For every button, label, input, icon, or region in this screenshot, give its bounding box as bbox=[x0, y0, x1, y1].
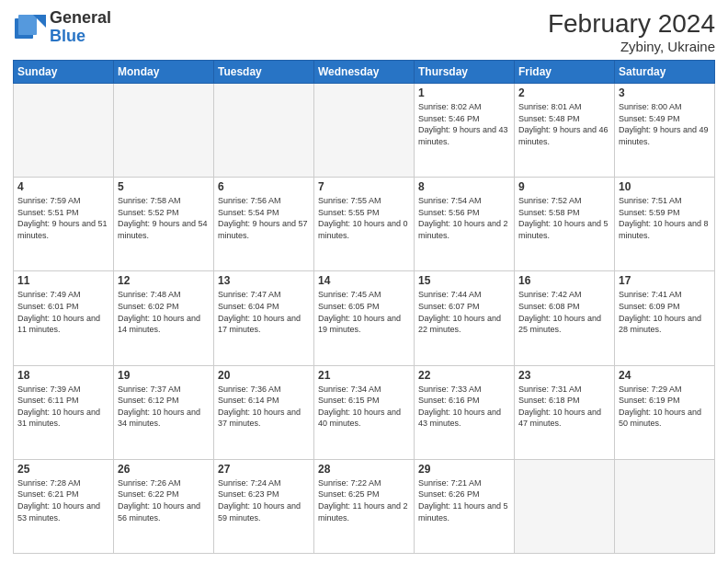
day-of-week-header: Monday bbox=[114, 61, 214, 84]
day-info: Sunrise: 7:42 AMSunset: 6:08 PMDaylight:… bbox=[518, 289, 610, 335]
day-info: Sunrise: 7:55 AMSunset: 5:55 PMDaylight:… bbox=[318, 195, 410, 241]
calendar-day-cell: 16Sunrise: 7:42 AMSunset: 6:08 PMDayligh… bbox=[515, 271, 615, 365]
calendar-body: 1Sunrise: 8:02 AMSunset: 5:46 PMDaylight… bbox=[14, 84, 715, 554]
day-number: 28 bbox=[318, 463, 410, 476]
day-info: Sunrise: 8:01 AMSunset: 5:48 PMDaylight:… bbox=[518, 101, 610, 147]
calendar-week-row: 1Sunrise: 8:02 AMSunset: 5:46 PMDaylight… bbox=[14, 84, 715, 178]
calendar-day-cell: 4Sunrise: 7:59 AMSunset: 5:51 PMDaylight… bbox=[14, 178, 114, 271]
day-info: Sunrise: 7:33 AMSunset: 6:16 PMDaylight:… bbox=[418, 384, 510, 430]
day-number: 4 bbox=[17, 180, 109, 193]
calendar-day-cell: 11Sunrise: 7:49 AMSunset: 6:01 PMDayligh… bbox=[14, 271, 114, 365]
day-number: 12 bbox=[118, 274, 210, 287]
day-info: Sunrise: 7:47 AMSunset: 6:04 PMDaylight:… bbox=[218, 289, 310, 335]
calendar-day-cell: 26Sunrise: 7:26 AMSunset: 6:22 PMDayligh… bbox=[114, 459, 214, 553]
page-header: General Blue February 2024 Zybiny, Ukrai… bbox=[13, 9, 715, 54]
calendar-day-cell: 22Sunrise: 7:33 AMSunset: 6:16 PMDayligh… bbox=[415, 365, 515, 459]
day-info: Sunrise: 7:49 AMSunset: 6:01 PMDaylight:… bbox=[17, 289, 109, 335]
day-info: Sunrise: 7:45 AMSunset: 6:05 PMDaylight:… bbox=[318, 289, 410, 335]
day-number: 16 bbox=[518, 274, 610, 287]
calendar-week-row: 25Sunrise: 7:28 AMSunset: 6:21 PMDayligh… bbox=[14, 459, 715, 553]
logo-text: General Blue bbox=[50, 9, 111, 46]
calendar-day-cell: 1Sunrise: 8:02 AMSunset: 5:46 PMDaylight… bbox=[415, 84, 515, 178]
calendar-day-cell: 20Sunrise: 7:36 AMSunset: 6:14 PMDayligh… bbox=[214, 365, 314, 459]
day-number: 27 bbox=[218, 463, 310, 476]
calendar-day-cell: 7Sunrise: 7:55 AMSunset: 5:55 PMDaylight… bbox=[314, 178, 415, 271]
day-number: 21 bbox=[318, 369, 410, 382]
day-of-week-header: Wednesday bbox=[314, 61, 415, 84]
day-number: 6 bbox=[218, 180, 310, 193]
location-subtitle: Zybiny, Ukraine bbox=[548, 39, 715, 54]
day-info: Sunrise: 8:02 AMSunset: 5:46 PMDaylight:… bbox=[418, 101, 510, 147]
day-info: Sunrise: 7:34 AMSunset: 6:15 PMDaylight:… bbox=[318, 384, 410, 430]
day-of-week-header: Thursday bbox=[415, 61, 515, 84]
day-number: 15 bbox=[418, 274, 510, 287]
calendar-table: SundayMondayTuesdayWednesdayThursdayFrid… bbox=[13, 60, 715, 554]
calendar-day-cell: 18Sunrise: 7:39 AMSunset: 6:11 PMDayligh… bbox=[14, 365, 114, 459]
calendar-day-cell: 14Sunrise: 7:45 AMSunset: 6:05 PMDayligh… bbox=[314, 271, 415, 365]
day-info: Sunrise: 7:56 AMSunset: 5:54 PMDaylight:… bbox=[218, 195, 310, 241]
day-info: Sunrise: 7:29 AMSunset: 6:19 PMDaylight:… bbox=[619, 384, 711, 430]
calendar-day-cell: 24Sunrise: 7:29 AMSunset: 6:19 PMDayligh… bbox=[615, 365, 715, 459]
logo-general-text: General bbox=[50, 9, 111, 28]
day-number: 22 bbox=[418, 369, 510, 382]
calendar-day-cell bbox=[114, 84, 214, 178]
day-of-week-header: Saturday bbox=[615, 61, 715, 84]
day-number: 29 bbox=[418, 463, 510, 476]
calendar-header: SundayMondayTuesdayWednesdayThursdayFrid… bbox=[14, 61, 715, 84]
logo-icon bbox=[13, 11, 46, 44]
calendar-day-cell bbox=[214, 84, 314, 178]
day-number: 8 bbox=[418, 180, 510, 193]
calendar-week-row: 18Sunrise: 7:39 AMSunset: 6:11 PMDayligh… bbox=[14, 365, 715, 459]
calendar-day-cell: 25Sunrise: 7:28 AMSunset: 6:21 PMDayligh… bbox=[14, 459, 114, 553]
day-number: 7 bbox=[318, 180, 410, 193]
days-of-week-row: SundayMondayTuesdayWednesdayThursdayFrid… bbox=[14, 61, 715, 84]
calendar-page: General Blue February 2024 Zybiny, Ukrai… bbox=[0, 0, 728, 563]
day-info: Sunrise: 7:26 AMSunset: 6:22 PMDaylight:… bbox=[118, 477, 210, 523]
calendar-day-cell: 5Sunrise: 7:58 AMSunset: 5:52 PMDaylight… bbox=[114, 178, 214, 271]
day-info: Sunrise: 7:21 AMSunset: 6:26 PMDaylight:… bbox=[418, 477, 510, 523]
day-info: Sunrise: 7:52 AMSunset: 5:58 PMDaylight:… bbox=[518, 195, 610, 241]
day-number: 20 bbox=[218, 369, 310, 382]
day-info: Sunrise: 7:36 AMSunset: 6:14 PMDaylight:… bbox=[218, 384, 310, 430]
day-info: Sunrise: 7:58 AMSunset: 5:52 PMDaylight:… bbox=[118, 195, 210, 241]
day-number: 2 bbox=[518, 86, 610, 99]
calendar-day-cell: 28Sunrise: 7:22 AMSunset: 6:25 PMDayligh… bbox=[314, 459, 415, 553]
day-number: 3 bbox=[619, 86, 711, 99]
calendar-day-cell: 17Sunrise: 7:41 AMSunset: 6:09 PMDayligh… bbox=[615, 271, 715, 365]
calendar-week-row: 4Sunrise: 7:59 AMSunset: 5:51 PMDaylight… bbox=[14, 178, 715, 271]
day-number: 5 bbox=[118, 180, 210, 193]
calendar-day-cell: 12Sunrise: 7:48 AMSunset: 6:02 PMDayligh… bbox=[114, 271, 214, 365]
calendar-day-cell: 29Sunrise: 7:21 AMSunset: 6:26 PMDayligh… bbox=[415, 459, 515, 553]
day-info: Sunrise: 7:31 AMSunset: 6:18 PMDaylight:… bbox=[518, 384, 610, 430]
calendar-day-cell: 13Sunrise: 7:47 AMSunset: 6:04 PMDayligh… bbox=[214, 271, 314, 365]
day-number: 24 bbox=[619, 369, 711, 382]
calendar-day-cell: 6Sunrise: 7:56 AMSunset: 5:54 PMDaylight… bbox=[214, 178, 314, 271]
day-info: Sunrise: 7:39 AMSunset: 6:11 PMDaylight:… bbox=[17, 384, 109, 430]
day-number: 9 bbox=[518, 180, 610, 193]
logo: General Blue bbox=[13, 9, 111, 46]
calendar-day-cell: 23Sunrise: 7:31 AMSunset: 6:18 PMDayligh… bbox=[515, 365, 615, 459]
svg-rect-1 bbox=[18, 15, 37, 35]
day-info: Sunrise: 7:59 AMSunset: 5:51 PMDaylight:… bbox=[17, 195, 109, 241]
calendar-day-cell: 19Sunrise: 7:37 AMSunset: 6:12 PMDayligh… bbox=[114, 365, 214, 459]
day-number: 11 bbox=[17, 274, 109, 287]
title-block: February 2024 Zybiny, Ukraine bbox=[548, 9, 715, 54]
day-number: 26 bbox=[118, 463, 210, 476]
day-info: Sunrise: 7:48 AMSunset: 6:02 PMDaylight:… bbox=[118, 289, 210, 335]
day-info: Sunrise: 7:37 AMSunset: 6:12 PMDaylight:… bbox=[118, 384, 210, 430]
day-info: Sunrise: 7:51 AMSunset: 5:59 PMDaylight:… bbox=[619, 195, 711, 241]
day-number: 25 bbox=[17, 463, 109, 476]
calendar-day-cell: 9Sunrise: 7:52 AMSunset: 5:58 PMDaylight… bbox=[515, 178, 615, 271]
day-number: 23 bbox=[518, 369, 610, 382]
day-of-week-header: Sunday bbox=[14, 61, 114, 84]
calendar-day-cell: 15Sunrise: 7:44 AMSunset: 6:07 PMDayligh… bbox=[415, 271, 515, 365]
calendar-day-cell bbox=[515, 459, 615, 553]
logo-blue-text: Blue bbox=[50, 28, 111, 46]
calendar-day-cell: 27Sunrise: 7:24 AMSunset: 6:23 PMDayligh… bbox=[214, 459, 314, 553]
day-info: Sunrise: 7:24 AMSunset: 6:23 PMDaylight:… bbox=[218, 477, 310, 523]
day-number: 1 bbox=[418, 86, 510, 99]
day-of-week-header: Friday bbox=[515, 61, 615, 84]
day-number: 10 bbox=[619, 180, 711, 193]
calendar-week-row: 11Sunrise: 7:49 AMSunset: 6:01 PMDayligh… bbox=[14, 271, 715, 365]
day-number: 18 bbox=[17, 369, 109, 382]
